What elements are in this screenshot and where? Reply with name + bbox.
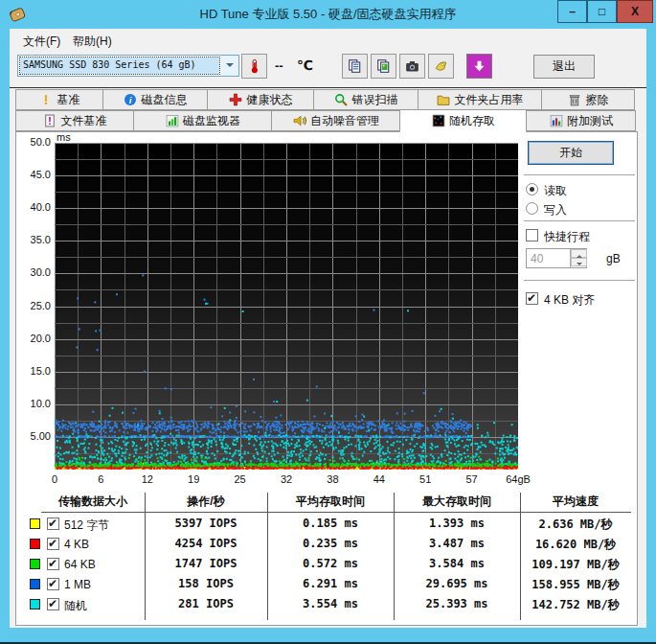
minimize-button[interactable]: – (557, 0, 587, 23)
column-header: 平均速度 (520, 494, 631, 510)
mode-radio-1[interactable] (526, 202, 538, 215)
tab-erase[interactable]: 擦除 (541, 89, 635, 110)
error-scan-icon (334, 93, 349, 107)
tab-label: 文件基准 (61, 113, 107, 129)
thermometer-icon (247, 59, 261, 74)
toolbar-camera-button[interactable] (399, 54, 425, 79)
short-stroke-checkbox[interactable] (526, 229, 538, 242)
series-checkbox[interactable] (47, 558, 59, 570)
spinner-down-icon[interactable] (571, 258, 587, 266)
max-access-value: 3.487 ms (394, 537, 520, 550)
tab-random-access[interactable]: 随机存取 (399, 109, 527, 132)
temperature-value: -- (275, 58, 283, 73)
series-label: 512 字节 (64, 518, 109, 534)
ops-value: 5397 IOPS (145, 517, 267, 530)
toolbar-download-update-button[interactable] (466, 54, 492, 79)
ops-value: 281 IOPS (145, 597, 267, 610)
series-checkbox[interactable] (47, 578, 59, 590)
x-axis-tick: 19 (172, 473, 215, 485)
series-color-swatch (30, 559, 40, 569)
series-checkbox[interactable] (47, 538, 59, 550)
avg-access-value: 0.185 ms (267, 517, 394, 530)
panel-separator (524, 220, 635, 222)
menu-item[interactable]: 帮助(H) (67, 32, 118, 52)
toolbar-separator (10, 87, 646, 88)
avg-speed-value: 16.620 MB/秒 (520, 537, 631, 553)
series-color-swatch (30, 599, 40, 610)
mode-radio-label: 读取 (544, 183, 567, 199)
avg-speed-value: 2.636 MB/秒 (520, 517, 631, 533)
title-bar: HD Tune 专业版 5.50 - 硬盘/固态硬盘实用程序 –□X (0, 0, 656, 29)
x-axis-tick: 32 (265, 473, 307, 485)
random-access-panel: ms 50.045.040.035.030.025.020.015.010.05… (15, 131, 638, 626)
max-access-value: 1.393 ms (394, 517, 520, 530)
y-axis-tick: 50.0 (20, 136, 51, 148)
avg-speed-value: 142.752 MB/秒 (520, 597, 631, 613)
align-4kb-label: 4 KB 对齐 (544, 292, 595, 309)
column-header: 传输数据大小 (41, 494, 145, 510)
panel-separator (524, 280, 635, 282)
spinner-up-icon[interactable] (571, 249, 587, 258)
y-axis-tick: 20.0 (20, 333, 51, 344)
max-access-value: 29.695 ms (394, 577, 520, 590)
latency-scatter-chart (55, 143, 518, 470)
series-checkbox[interactable] (47, 598, 59, 610)
tab-disk-info[interactable]: i磁盘信息 (102, 89, 208, 110)
series-checkbox[interactable] (47, 518, 59, 530)
close-button[interactable]: X (617, 0, 653, 23)
tab-bar-row1: !基准i磁盘信息健康状态错误扫描文件夹占用率擦除 (15, 89, 634, 110)
tab-label: 随机存取 (449, 113, 495, 129)
capacity-unit-label: gB (606, 252, 621, 265)
header-underline (41, 512, 631, 513)
series-color-swatch (30, 579, 40, 589)
toolbar-copy-image-button[interactable] (371, 54, 396, 79)
client-area: 文件(F)帮助(H) SAMSUNG SSD 830 Series (64 gB… (10, 29, 646, 628)
folder-usage-icon (437, 93, 451, 107)
disk-monitor-icon (165, 114, 179, 128)
hdtune-window: HD Tune 专业版 5.50 - 硬盘/固态硬盘实用程序 –□X 文件(F)… (0, 0, 656, 644)
tab-health[interactable]: 健康状态 (207, 89, 314, 110)
tab-benchmark[interactable]: !基准 (15, 89, 103, 110)
start-button[interactable]: 开始 (528, 141, 614, 165)
exit-button[interactable]: 退出 (533, 55, 595, 79)
tab-label: 磁盘监视器 (183, 113, 240, 129)
capacity-spinner (570, 249, 586, 267)
y-axis-tick: 5.00 (20, 430, 51, 442)
align-4kb-checkbox[interactable] (526, 292, 538, 305)
tab-folder-usage[interactable]: 文件夹占用率 (418, 89, 542, 110)
maximize-button[interactable]: □ (587, 0, 617, 23)
copy-image-icon (376, 59, 391, 74)
copy-text-icon (348, 59, 362, 74)
series-color-swatch (30, 518, 40, 529)
series-color-swatch (30, 539, 40, 549)
tab-file-benchmark[interactable]: !文件基准 (15, 110, 134, 131)
tab-error-scan[interactable]: 错误扫描 (313, 89, 418, 110)
tab-aam[interactable]: 自动噪音管理 (271, 110, 400, 131)
download-update-icon (472, 59, 486, 74)
aam-icon (292, 114, 306, 128)
temperature-button[interactable] (241, 54, 267, 79)
short-stroke-label: 快捷行程 (544, 229, 590, 245)
erase-icon (568, 93, 582, 107)
mode-radio-0[interactable] (526, 183, 538, 196)
toolbar-donate-button[interactable] (428, 54, 454, 79)
x-axis-tick: 57 (451, 473, 493, 485)
chevron-down-icon[interactable] (221, 56, 238, 76)
menu-item[interactable]: 文件(F) (17, 32, 66, 52)
minimize-icon: – (569, 5, 576, 18)
svg-text:i: i (129, 95, 132, 105)
y-axis-tick: 15.0 (20, 365, 51, 377)
series-label: 1 MB (64, 578, 91, 591)
tab-label: 基准 (57, 92, 80, 108)
drive-select[interactable]: SAMSUNG SSD 830 Series (64 gB) (17, 55, 239, 77)
tab-extra-tests[interactable]: 附加测试 (526, 110, 636, 131)
tab-disk-monitor[interactable]: 磁盘监视器 (133, 110, 272, 131)
x-axis-tick: 0 (34, 473, 76, 485)
y-axis-tick: 10.0 (20, 398, 51, 409)
tab-label: 擦除 (586, 92, 609, 108)
y-axis-tick: 45.0 (20, 169, 51, 180)
disk-info-icon: i (124, 93, 138, 107)
tab-bar-row2: !文件基准磁盘监视器自动噪音管理随机存取附加测试 (15, 110, 635, 131)
toolbar-copy-text-button[interactable] (342, 54, 368, 79)
avg-speed-value: 158.955 MB/秒 (520, 577, 631, 593)
